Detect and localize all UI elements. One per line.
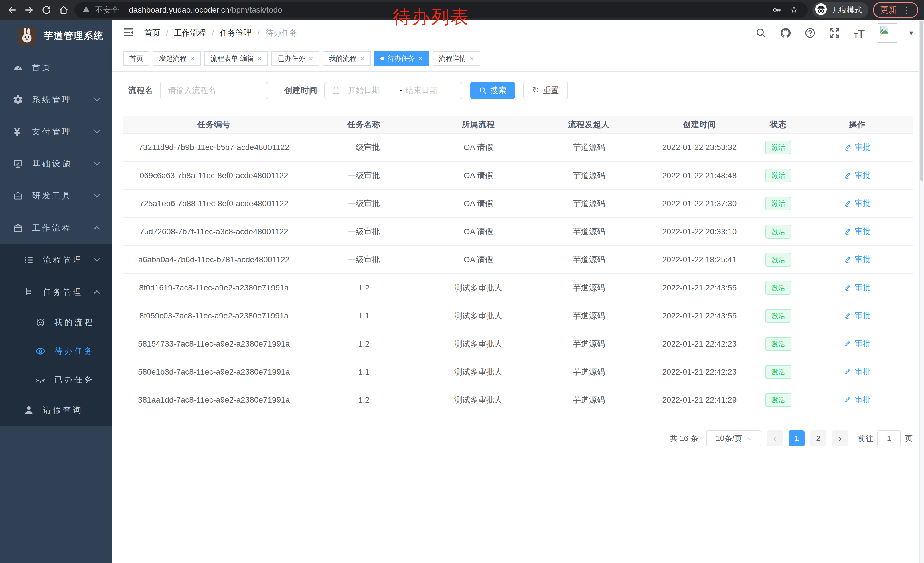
page-size-select[interactable]: 10条/页 (706, 431, 761, 446)
task-name: 一级审批 (348, 171, 380, 180)
task-id: 8f0d1619-7ac8-11ec-a9e2-a2380e71991a (139, 283, 289, 292)
close-icon[interactable] (418, 55, 423, 62)
active-tab-dot (380, 57, 384, 60)
date-range-separator: - (400, 86, 402, 95)
sidebar-menu: 首页 系统管理 支付管理 (0, 51, 112, 426)
process-starter: 芋道源码 (573, 283, 605, 292)
task-id: 381aa1dd-7ac8-11ec-a9e2-a2380e71991a (138, 395, 290, 404)
search-icon[interactable] (754, 27, 767, 39)
forward-button[interactable] (23, 4, 36, 17)
status-badge: 激活 (765, 309, 792, 323)
tab-process-form-edit[interactable]: 流程表单-编辑 (204, 51, 268, 66)
tab-my-process[interactable]: 我的流程 (323, 51, 371, 66)
date-range-picker[interactable]: 开始日期 - 结束日期 (324, 82, 462, 99)
goto-page-input[interactable] (878, 431, 901, 446)
approve-link[interactable]: 审批 (844, 254, 871, 265)
approve-link[interactable]: 审批 (844, 282, 871, 293)
update-button[interactable]: 更新 (873, 2, 918, 18)
tab-home[interactable]: 首页 (123, 51, 149, 66)
sidebar-item-leave-query[interactable]: 请假查询 (0, 394, 112, 426)
approve-link[interactable]: 审批 (844, 142, 871, 153)
window-scrollbar[interactable] (920, 20, 924, 563)
sidebar-item-todo-tasks[interactable]: 待办任务 (0, 337, 112, 365)
home-button[interactable] (57, 4, 70, 17)
process-name-input[interactable] (160, 82, 268, 99)
tab-process-detail[interactable]: 流程详情 (432, 51, 480, 66)
sidebar-item-my-process[interactable]: 我的流程 (0, 308, 112, 337)
close-icon[interactable] (360, 55, 364, 62)
sidebar: 芋道管理系统 首页 系统管理 支付管 (0, 20, 112, 563)
browser-menu-icon[interactable] (902, 5, 911, 15)
key-icon[interactable] (771, 4, 783, 17)
prev-page-button[interactable] (767, 431, 783, 446)
sidebar-item-task-management[interactable]: 任务管理 (0, 276, 112, 308)
fullscreen-icon[interactable] (828, 27, 841, 39)
url-text[interactable]: dashboard.yudao.iocoder.cn/bpm/task/todo (129, 6, 282, 15)
sidebar-item-done-tasks[interactable]: 已办任务 (0, 365, 112, 394)
sidebar-item-payment[interactable]: 支付管理 (0, 116, 112, 148)
font-size-icon[interactable] (853, 27, 866, 39)
breadcrumb-workflow[interactable]: 工作流程 (160, 27, 206, 38)
column-task-id: 任务编号 (123, 116, 304, 134)
security-label[interactable]: 不安全 (95, 5, 119, 15)
sidebar-item-devtools[interactable]: 研发工具 (0, 180, 112, 212)
approve-link[interactable]: 审批 (844, 226, 871, 237)
sidebar-item-process-management[interactable]: 流程管理 (0, 244, 112, 276)
hamburger-icon[interactable] (123, 26, 136, 39)
user-icon (22, 405, 36, 416)
tab-start-process[interactable]: 发起流程 (153, 51, 201, 66)
sidebar-item-system[interactable]: 系统管理 (0, 84, 112, 116)
sidebar-item-infrastructure[interactable]: 基础设施 (0, 148, 112, 180)
scrollbar-thumb[interactable] (920, 21, 923, 181)
address-bar[interactable]: 不安全 dashboard.yudao.iocoder.cn/bpm/task/… (74, 2, 808, 18)
approve-link[interactable]: 审批 (844, 366, 871, 377)
approve-link[interactable]: 审批 (844, 170, 871, 181)
table-row: 58154733-7ac8-11ec-a9e2-a2380e71991a 1.2… (123, 330, 912, 358)
close-icon[interactable] (470, 55, 474, 62)
help-icon[interactable] (804, 27, 816, 39)
sidebar-item-label: 我的流程 (54, 317, 94, 328)
bookmark-star-icon[interactable] (788, 4, 800, 17)
approve-link[interactable]: 审批 (844, 394, 871, 405)
approve-link[interactable]: 审批 (844, 310, 871, 321)
reload-button[interactable] (40, 4, 52, 17)
page-button-2[interactable]: 2 (810, 431, 826, 446)
close-icon[interactable] (309, 55, 313, 62)
chevron-up-icon (94, 290, 100, 296)
column-status: 状态 (754, 116, 802, 134)
start-date-placeholder[interactable]: 开始日期 (348, 85, 397, 96)
next-page-button[interactable] (832, 431, 848, 446)
search-button[interactable]: 搜索 (470, 82, 515, 99)
approve-link-label: 审批 (855, 170, 871, 181)
status-badge: 激活 (765, 281, 792, 295)
avatar[interactable] (878, 23, 897, 43)
end-date-placeholder[interactable]: 结束日期 (406, 85, 455, 96)
approve-link-label: 审批 (855, 282, 871, 293)
approve-link[interactable]: 审批 (844, 198, 871, 209)
sidebar-item-home[interactable]: 首页 (0, 51, 112, 84)
tab-done-tasks[interactable]: 已办任务 (272, 51, 319, 66)
tab-label: 待办任务 (388, 54, 415, 63)
create-time-label: 创建时间 (284, 85, 318, 96)
caret-down-icon[interactable] (909, 28, 913, 38)
sidebar-item-label: 待办任务 (54, 346, 94, 357)
app-logo[interactable]: 芋道管理系统 (0, 20, 112, 51)
process-name: OA 请假 (464, 171, 493, 180)
tab-todo-tasks[interactable]: 待办任务 (374, 51, 429, 66)
approve-link-label: 审批 (855, 198, 871, 209)
breadcrumb-task-management[interactable]: 任务管理 (206, 27, 252, 38)
close-icon[interactable] (257, 55, 262, 62)
page-button-1[interactable]: 1 (789, 431, 805, 446)
close-icon[interactable] (190, 55, 194, 62)
created-time: 2022-01-22 21:48:48 (662, 171, 736, 180)
back-button[interactable] (6, 4, 18, 17)
breadcrumb-home[interactable]: 首页 (144, 27, 160, 38)
task-id: a6aba0a4-7b6d-11ec-b781-acde48001122 (138, 255, 290, 264)
reset-button[interactable]: 重置 (523, 82, 568, 99)
refresh-icon (532, 86, 539, 95)
task-name: 1.2 (358, 283, 369, 292)
github-icon[interactable] (779, 27, 792, 39)
sidebar-item-workflow[interactable]: 工作流程 (0, 212, 112, 244)
chevron-down-icon (94, 159, 100, 165)
approve-link[interactable]: 审批 (844, 338, 871, 349)
